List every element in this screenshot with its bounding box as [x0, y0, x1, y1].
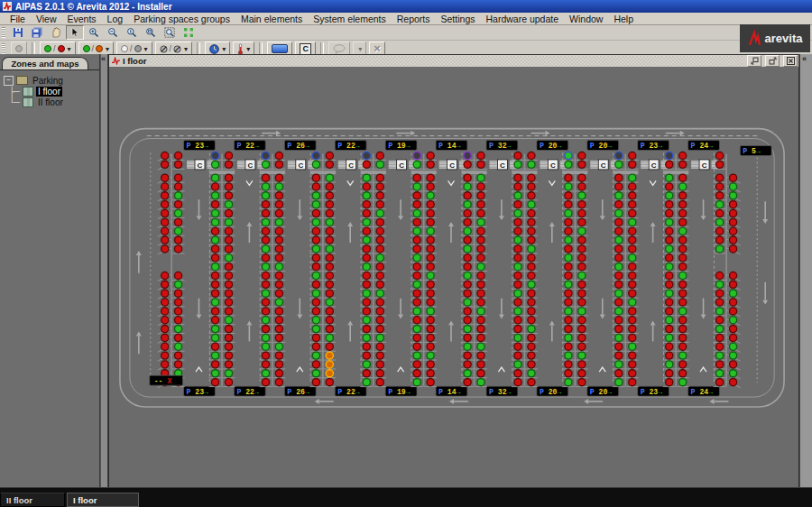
- parking-spot[interactable]: [565, 334, 572, 341]
- parking-spot[interactable]: [679, 290, 687, 297]
- parking-spot[interactable]: [528, 352, 535, 359]
- parking-spot[interactable]: [312, 245, 319, 253]
- parking-spot[interactable]: [275, 192, 282, 199]
- parking-spot[interactable]: [376, 343, 383, 350]
- parking-spot[interactable]: [629, 254, 636, 262]
- parking-spot[interactable]: [326, 192, 333, 199]
- menu-events[interactable]: Events: [62, 14, 102, 24]
- parking-spot[interactable]: [477, 254, 484, 262]
- parking-spot[interactable]: [716, 334, 724, 341]
- parking-spot[interactable]: [225, 290, 232, 297]
- parking-spot[interactable]: [729, 325, 736, 332]
- parking-spot[interactable]: [376, 263, 383, 271]
- parking-spot[interactable]: [514, 183, 521, 190]
- parking-spot[interactable]: [629, 236, 636, 244]
- parking-spot[interactable]: [175, 161, 182, 168]
- menu-file[interactable]: File: [5, 14, 31, 24]
- parking-spot[interactable]: [514, 218, 521, 226]
- parking-spot[interactable]: [615, 254, 623, 262]
- parking-spot[interactable]: [528, 334, 535, 341]
- parking-spot[interactable]: [615, 192, 623, 199]
- parking-spot[interactable]: [514, 161, 521, 168]
- parking-spot[interactable]: [376, 281, 383, 288]
- parking-spot[interactable]: [427, 174, 434, 181]
- parking-spot[interactable]: [413, 281, 420, 288]
- parking-spot[interactable]: [679, 218, 687, 226]
- parking-spot[interactable]: [528, 183, 535, 190]
- parking-spot[interactable]: [262, 308, 269, 315]
- parking-spot[interactable]: [275, 254, 282, 262]
- parking-spot[interactable]: [514, 290, 521, 297]
- parking-spot[interactable]: [175, 218, 182, 226]
- parking-spot[interactable]: [262, 183, 269, 190]
- parking-spot[interactable]: [326, 236, 333, 244]
- parking-spot[interactable]: [363, 201, 370, 208]
- parking-spot[interactable]: [716, 343, 724, 350]
- parking-spot[interactable]: [716, 201, 724, 208]
- parking-spot[interactable]: [312, 152, 319, 159]
- parking-spot[interactable]: [225, 308, 232, 315]
- parking-spot[interactable]: [413, 325, 420, 332]
- parking-spot[interactable]: [679, 308, 687, 315]
- parking-spot[interactable]: [312, 227, 319, 235]
- parking-spot[interactable]: [528, 299, 535, 306]
- parking-spot[interactable]: [729, 299, 736, 306]
- parking-spot[interactable]: [275, 317, 282, 324]
- parking-spot[interactable]: [212, 263, 219, 271]
- parking-spot[interactable]: [262, 290, 269, 297]
- parking-spot[interactable]: [212, 161, 219, 168]
- parking-spot[interactable]: [528, 227, 535, 235]
- parking-spot[interactable]: [578, 308, 586, 315]
- parking-spot[interactable]: [716, 236, 724, 244]
- parking-spot[interactable]: [716, 281, 724, 288]
- parking-spot[interactable]: [161, 343, 169, 350]
- parking-map-svg[interactable]: P 23→P 23→CP 22→P 22→CP 26→P 26→CP 22→P …: [109, 67, 798, 484]
- parking-spot[interactable]: [679, 299, 687, 306]
- parking-spot[interactable]: [161, 281, 169, 288]
- lane-sign[interactable]: P 22→: [234, 141, 265, 151]
- parking-spot[interactable]: [615, 290, 623, 297]
- parking-spot[interactable]: [578, 352, 586, 359]
- menu-help[interactable]: Help: [608, 14, 639, 24]
- menu-reports[interactable]: Reports: [392, 14, 436, 24]
- parking-spot[interactable]: [565, 317, 572, 324]
- parking-spot[interactable]: [666, 254, 673, 262]
- parking-spot[interactable]: [312, 161, 319, 168]
- parking-spot[interactable]: [212, 183, 219, 190]
- parking-spot[interactable]: [464, 343, 471, 350]
- parking-spot[interactable]: [376, 379, 383, 386]
- lane-sign[interactable]: P 22→: [335, 141, 366, 151]
- parking-spot[interactable]: [312, 209, 319, 217]
- parking-spot[interactable]: [729, 352, 736, 359]
- parking-spot[interactable]: [716, 192, 724, 199]
- lane-sign[interactable]: P 24→: [688, 141, 720, 151]
- parking-spot[interactable]: [477, 245, 484, 253]
- parking-spot[interactable]: [464, 361, 471, 368]
- parking-spot[interactable]: [666, 218, 673, 226]
- parking-spot[interactable]: [212, 361, 219, 368]
- parking-spot[interactable]: [225, 254, 232, 262]
- parking-spot[interactable]: [528, 379, 535, 386]
- parking-spot[interactable]: [514, 245, 521, 253]
- parking-spot[interactable]: [363, 299, 370, 306]
- parking-spot[interactable]: [514, 254, 521, 262]
- parking-spot[interactable]: [629, 218, 636, 226]
- parking-spot[interactable]: [528, 361, 535, 368]
- parking-spot[interactable]: [729, 334, 736, 341]
- parking-spot[interactable]: [312, 308, 319, 315]
- parking-spot[interactable]: [326, 290, 333, 297]
- lane-sign[interactable]: P 26→: [284, 141, 316, 151]
- parking-spot[interactable]: [427, 334, 434, 341]
- parking-spot[interactable]: [326, 352, 333, 359]
- tree-root-label[interactable]: Parking: [31, 76, 65, 86]
- parking-spot[interactable]: [477, 201, 484, 208]
- parking-spot[interactable]: [376, 227, 383, 235]
- parking-spot[interactable]: [275, 361, 282, 368]
- parking-spot[interactable]: [578, 370, 586, 377]
- parking-spot[interactable]: [679, 152, 687, 159]
- parking-spot[interactable]: [427, 236, 434, 244]
- right-collapse-strip[interactable]: «: [799, 54, 812, 488]
- parking-spot[interactable]: [312, 352, 319, 359]
- parking-spot[interactable]: [578, 317, 586, 324]
- parking-spot[interactable]: [363, 245, 370, 253]
